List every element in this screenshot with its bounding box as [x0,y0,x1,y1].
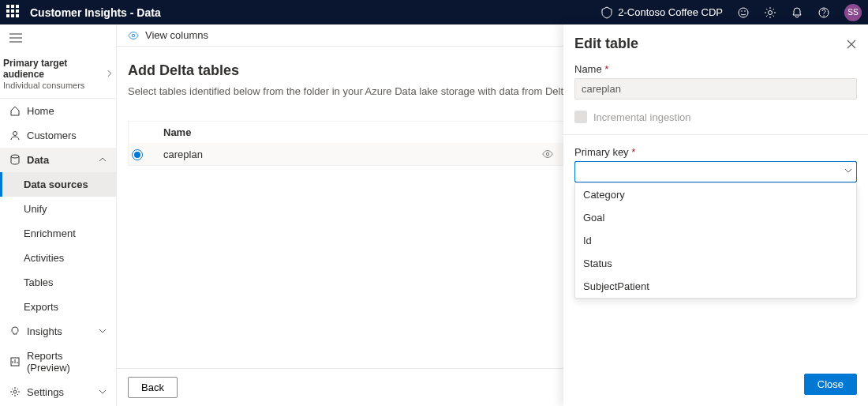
close-button[interactable]: Close [804,374,857,395]
environment-icon [600,6,613,19]
app-header: Customer Insights - Data 2-Contoso Coffe… [0,0,868,24]
nav-customers[interactable]: Customers [0,123,116,148]
left-nav: Primary target audience Individual consu… [0,24,117,406]
nav-settings[interactable]: Settings [0,380,116,404]
customers-icon [9,130,21,141]
chevron-down-icon [99,388,107,396]
primary-key-label: Primary key * [574,146,857,158]
preview-icon[interactable] [542,148,553,160]
nav-reports[interactable]: Reports (Preview) [0,344,116,380]
environment-picker[interactable]: 2-Contoso Coffee CDP [600,6,723,19]
app-launcher-icon[interactable] [6,5,22,21]
home-icon [9,105,21,116]
name-field [574,78,857,100]
settings-icon [9,386,21,397]
environment-name: 2-Contoso Coffee CDP [618,6,723,18]
data-icon [9,154,21,165]
view-columns-button[interactable]: View columns [145,29,208,41]
svg-point-9 [13,390,17,393]
svg-point-11 [546,152,549,156]
svg-point-1 [741,10,743,12]
nav-activities[interactable]: Activities [0,246,116,270]
reports-icon [9,356,21,367]
nav-data[interactable]: Data [0,148,116,172]
nav-unify[interactable]: Unify [0,197,116,221]
back-button[interactable]: Back [128,377,178,398]
gear-icon[interactable] [764,6,776,19]
panel-title: Edit table [574,36,638,52]
dropdown-option[interactable]: SubjectPatient [575,275,856,298]
incremental-label: Incremental ingestion [593,111,691,123]
help-icon[interactable] [817,6,830,19]
audience-picker[interactable]: Primary target audience Individual consu… [0,53,116,99]
avatar[interactable]: SS [844,4,862,21]
chevron-right-icon [106,70,113,77]
nav-insights[interactable]: Insights [0,319,116,344]
dropdown-option[interactable]: Category [575,183,856,206]
dropdown-option[interactable]: Goal [575,206,856,229]
row-select-radio[interactable] [132,149,143,160]
name-field-label: Name * [574,63,857,75]
svg-point-0 [739,8,748,17]
nav-enrichment[interactable]: Enrichment [0,221,116,246]
svg-point-2 [744,10,746,12]
svg-point-6 [13,132,17,136]
insights-icon [9,325,21,336]
nav-data-sources[interactable]: Data sources [0,172,116,197]
audience-subtitle: Individual consumers [3,81,106,90]
bell-icon[interactable] [791,6,803,19]
col-header-name: Name [163,126,577,138]
nav-collapse-button[interactable] [0,24,116,53]
nav-tables[interactable]: Tables [0,270,116,295]
primary-key-combobox[interactable] [574,161,857,182]
dropdown-option[interactable]: Id [575,229,856,252]
row-name: careplan [163,148,203,160]
app-title: Customer Insights - Data [30,6,161,19]
edit-table-panel: Edit table Name * Incremental ingestion … [563,24,868,406]
dropdown-option[interactable]: Status [575,252,856,275]
eye-icon [128,30,139,41]
svg-point-10 [132,34,135,37]
audience-title: Primary target audience [3,58,106,81]
close-icon[interactable] [846,39,857,50]
incremental-checkbox [574,111,587,123]
chevron-up-icon [99,156,107,164]
svg-point-5 [823,15,824,16]
nav-home[interactable]: Home [0,99,116,123]
svg-point-3 [769,10,773,14]
smiley-icon[interactable] [737,6,750,19]
nav-exports[interactable]: Exports [0,295,116,319]
svg-point-7 [11,155,19,158]
primary-key-dropdown: Category Goal Id Status SubjectPatient [574,182,857,299]
chevron-down-icon [99,327,107,335]
